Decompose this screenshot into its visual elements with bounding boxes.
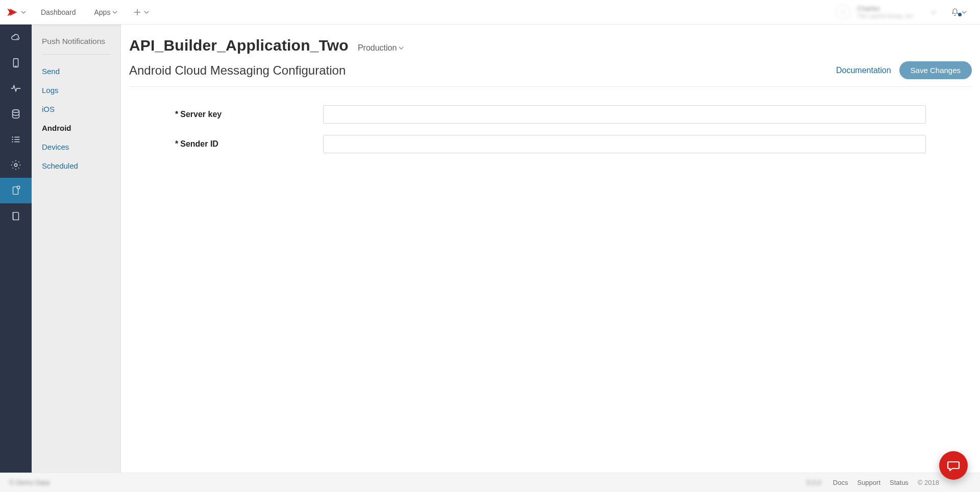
list-icon [10, 134, 21, 145]
nav-add[interactable] [127, 0, 156, 25]
svg-point-7 [12, 139, 13, 140]
svg-point-1 [17, 38, 18, 39]
rail-item-mobile[interactable] [0, 50, 32, 76]
chevron-down-icon [931, 10, 936, 15]
sidebar-item-scheduled[interactable]: Scheduled [32, 156, 120, 175]
page-titlebar: API_Builder_Application_Two Production [129, 37, 972, 54]
svg-point-9 [12, 141, 13, 142]
footer-status-link[interactable]: Status [890, 479, 909, 486]
sidebar-item-ios[interactable]: iOS [32, 100, 120, 119]
chevron-down-icon [112, 10, 117, 15]
rail-item-list[interactable] [0, 127, 32, 152]
documentation-link[interactable]: Documentation [836, 66, 891, 75]
footer-support-link[interactable]: Support [857, 479, 880, 486]
sidebar-item-android[interactable]: Android [32, 119, 120, 137]
form-row-server-key: *Server key [175, 105, 926, 124]
body-shell: Push Notifications Send Logs iOS Android… [0, 25, 980, 492]
user-text: Charles The Layred Group, Inc. [857, 5, 915, 18]
nav-apps-label: Apps [94, 8, 111, 16]
server-key-input[interactable] [323, 105, 926, 124]
svg-point-5 [12, 136, 13, 137]
pulse-icon [10, 83, 21, 94]
sidebar-divider [42, 54, 110, 55]
rail-item-settings[interactable] [0, 152, 32, 178]
footer-version: 5.0.0 [806, 479, 821, 486]
user-menu[interactable]: Charles The Layred Group, Inc. [829, 5, 942, 20]
sidebar-item-logs[interactable]: Logs [32, 81, 120, 100]
sidebar-item-devices[interactable]: Devices [32, 137, 120, 156]
chat-launcher-button[interactable] [939, 451, 968, 480]
brand-logo[interactable] [0, 0, 32, 25]
sidebar-title: Push Notifications [32, 37, 120, 54]
chat-icon [946, 458, 961, 473]
server-key-label-text: Server key [180, 110, 222, 119]
sidebar: Push Notifications Send Logs iOS Android… [32, 25, 121, 492]
footer: © Demo Data 5.0.0 Docs Support Status © … [0, 473, 980, 492]
svg-point-11 [14, 163, 17, 167]
svg-point-4 [13, 110, 19, 113]
brand-arrow-icon [6, 6, 19, 19]
footer-left: © Demo Data [9, 479, 50, 486]
chevron-down-icon [144, 10, 149, 15]
book-icon [10, 210, 21, 222]
nav-apps[interactable]: Apps [85, 0, 127, 25]
user-name: Charles [857, 5, 915, 12]
avatar [836, 5, 851, 20]
sender-id-label-text: Sender ID [180, 139, 218, 148]
rail-item-push[interactable] [0, 178, 32, 203]
form-row-sender-id: *Sender ID [175, 135, 926, 153]
svg-point-0 [842, 10, 845, 12]
sub-title: Android Cloud Messaging Configuration [129, 63, 346, 78]
page-title: API_Builder_Application_Two [129, 37, 349, 54]
notification-dot [958, 13, 962, 16]
chevron-down-icon [962, 10, 967, 15]
notifications-button[interactable] [947, 8, 970, 17]
rail-item-analytics[interactable] [0, 76, 32, 101]
chevron-down-icon [399, 45, 404, 51]
database-icon [10, 108, 21, 120]
gear-icon [10, 159, 21, 171]
subhead-actions: Documentation Save Changes [836, 61, 972, 79]
server-key-label: *Server key [175, 110, 323, 119]
push-notification-icon [10, 185, 21, 196]
rail-item-cloud[interactable] [0, 25, 32, 50]
subheader-row: Android Cloud Messaging Configuration Do… [129, 61, 972, 87]
plus-icon [134, 9, 141, 16]
person-icon [840, 9, 847, 16]
sender-id-label: *Sender ID [175, 139, 323, 149]
footer-docs-link[interactable]: Docs [833, 479, 848, 486]
rail-item-database[interactable] [0, 101, 32, 127]
cloud-icon [10, 32, 21, 43]
sender-id-input[interactable] [323, 135, 926, 153]
rail-item-docs[interactable] [0, 203, 32, 229]
nav-dashboard-label: Dashboard [41, 8, 76, 16]
mobile-icon [10, 57, 21, 68]
top-header: Dashboard Apps Charles The Layred Group,… [0, 0, 980, 25]
nav-dashboard[interactable]: Dashboard [32, 0, 85, 25]
sidebar-item-send[interactable]: Send [32, 62, 120, 81]
form-area: *Server key *Sender ID [129, 87, 972, 165]
icon-rail [0, 25, 32, 492]
user-org: The Layred Group, Inc. [857, 13, 915, 19]
svg-point-13 [17, 186, 19, 189]
top-left-group: Dashboard Apps [0, 0, 156, 24]
brand-chevron-icon [21, 10, 26, 15]
environment-label: Production [358, 43, 397, 53]
environment-selector[interactable]: Production [358, 43, 404, 53]
save-changes-button[interactable]: Save Changes [899, 61, 972, 79]
footer-copyright: © 2018 [918, 479, 939, 486]
main-content: API_Builder_Application_Two Production A… [121, 25, 980, 492]
